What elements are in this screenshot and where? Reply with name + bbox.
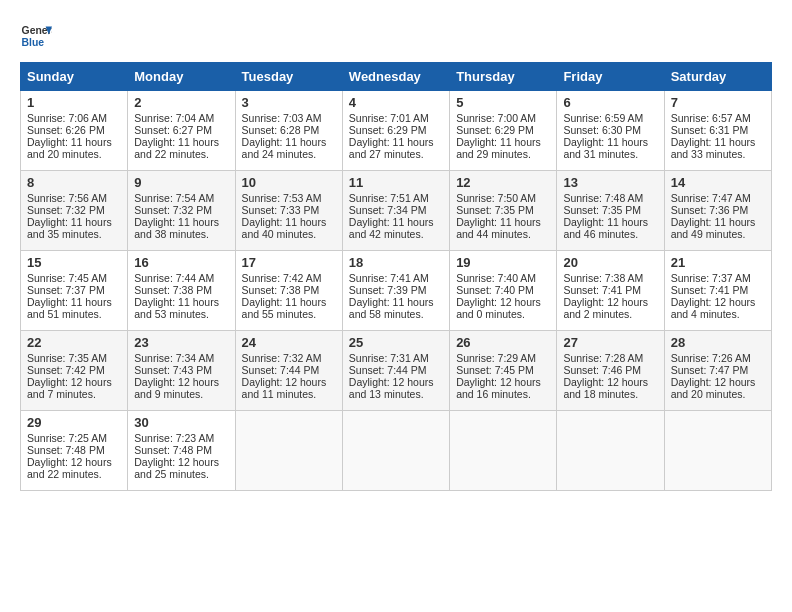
- calendar-cell: 6 Sunrise: 6:59 AM Sunset: 6:30 PM Dayli…: [557, 91, 664, 171]
- sunset-row: Sunset: 7:48 PM: [27, 444, 105, 456]
- sunrise-row: Sunrise: 7:38 AM: [563, 272, 643, 284]
- daylight-row: Daylight: 12 hours: [563, 296, 648, 308]
- calendar-cell: [557, 411, 664, 491]
- sunrise-row: Sunrise: 7:29 AM: [456, 352, 536, 364]
- sunrise-row: Sunrise: 7:03 AM: [242, 112, 322, 124]
- calendar-cell: 13 Sunrise: 7:48 AM Sunset: 7:35 PM Dayl…: [557, 171, 664, 251]
- calendar-cell: 10 Sunrise: 7:53 AM Sunset: 7:33 PM Dayl…: [235, 171, 342, 251]
- daylight-minutes-row: and 27 minutes.: [349, 148, 424, 160]
- sunset-row: Sunset: 7:44 PM: [349, 364, 427, 376]
- day-number: 30: [134, 415, 228, 430]
- sunrise-row: Sunrise: 7:54 AM: [134, 192, 214, 204]
- sunset-row: Sunset: 7:38 PM: [134, 284, 212, 296]
- sunrise-row: Sunrise: 7:45 AM: [27, 272, 107, 284]
- calendar-cell: 11 Sunrise: 7:51 AM Sunset: 7:34 PM Dayl…: [342, 171, 449, 251]
- sunrise-row: Sunrise: 7:40 AM: [456, 272, 536, 284]
- daylight-minutes-row: and 7 minutes.: [27, 388, 96, 400]
- day-number: 14: [671, 175, 765, 190]
- sunset-row: Sunset: 7:35 PM: [456, 204, 534, 216]
- daylight-minutes-row: and 13 minutes.: [349, 388, 424, 400]
- sunrise-row: Sunrise: 7:35 AM: [27, 352, 107, 364]
- calendar-cell: 25 Sunrise: 7:31 AM Sunset: 7:44 PM Dayl…: [342, 331, 449, 411]
- sunset-row: Sunset: 7:35 PM: [563, 204, 641, 216]
- daylight-row: Daylight: 11 hours: [242, 136, 327, 148]
- day-number: 26: [456, 335, 550, 350]
- daylight-minutes-row: and 53 minutes.: [134, 308, 209, 320]
- day-number: 25: [349, 335, 443, 350]
- calendar-cell: 14 Sunrise: 7:47 AM Sunset: 7:36 PM Dayl…: [664, 171, 771, 251]
- daylight-row: Daylight: 12 hours: [242, 376, 327, 388]
- daylight-row: Daylight: 11 hours: [242, 216, 327, 228]
- calendar-cell: 7 Sunrise: 6:57 AM Sunset: 6:31 PM Dayli…: [664, 91, 771, 171]
- calendar-cell: 5 Sunrise: 7:00 AM Sunset: 6:29 PM Dayli…: [450, 91, 557, 171]
- sunrise-row: Sunrise: 6:59 AM: [563, 112, 643, 124]
- sunset-row: Sunset: 7:40 PM: [456, 284, 534, 296]
- sunrise-row: Sunrise: 7:23 AM: [134, 432, 214, 444]
- svg-text:Blue: Blue: [22, 37, 45, 48]
- calendar-table: Sunday Monday Tuesday Wednesday Thursday…: [20, 62, 772, 491]
- calendar-cell: 3 Sunrise: 7:03 AM Sunset: 6:28 PM Dayli…: [235, 91, 342, 171]
- sunrise-row: Sunrise: 7:48 AM: [563, 192, 643, 204]
- daylight-minutes-row: and 18 minutes.: [563, 388, 638, 400]
- sunset-row: Sunset: 7:44 PM: [242, 364, 320, 376]
- daylight-minutes-row: and 31 minutes.: [563, 148, 638, 160]
- sunset-row: Sunset: 7:48 PM: [134, 444, 212, 456]
- calendar-cell: 20 Sunrise: 7:38 AM Sunset: 7:41 PM Dayl…: [557, 251, 664, 331]
- calendar-cell: 2 Sunrise: 7:04 AM Sunset: 6:27 PM Dayli…: [128, 91, 235, 171]
- col-saturday: Saturday: [664, 63, 771, 91]
- calendar-cell: 30 Sunrise: 7:23 AM Sunset: 7:48 PM Dayl…: [128, 411, 235, 491]
- daylight-row: Daylight: 12 hours: [27, 456, 112, 468]
- sunset-row: Sunset: 6:28 PM: [242, 124, 320, 136]
- day-number: 20: [563, 255, 657, 270]
- daylight-minutes-row: and 46 minutes.: [563, 228, 638, 240]
- sunrise-row: Sunrise: 7:53 AM: [242, 192, 322, 204]
- calendar-cell: [342, 411, 449, 491]
- day-number: 24: [242, 335, 336, 350]
- daylight-row: Daylight: 11 hours: [671, 136, 756, 148]
- daylight-row: Daylight: 11 hours: [456, 216, 541, 228]
- day-number: 6: [563, 95, 657, 110]
- daylight-minutes-row: and 16 minutes.: [456, 388, 531, 400]
- calendar-cell: 16 Sunrise: 7:44 AM Sunset: 7:38 PM Dayl…: [128, 251, 235, 331]
- calendar-cell: 19 Sunrise: 7:40 AM Sunset: 7:40 PM Dayl…: [450, 251, 557, 331]
- calendar-cell: 8 Sunrise: 7:56 AM Sunset: 7:32 PM Dayli…: [21, 171, 128, 251]
- daylight-row: Daylight: 11 hours: [349, 296, 434, 308]
- day-number: 29: [27, 415, 121, 430]
- daylight-row: Daylight: 12 hours: [456, 296, 541, 308]
- calendar-cell: 18 Sunrise: 7:41 AM Sunset: 7:39 PM Dayl…: [342, 251, 449, 331]
- sunrise-row: Sunrise: 7:25 AM: [27, 432, 107, 444]
- daylight-minutes-row: and 33 minutes.: [671, 148, 746, 160]
- calendar-cell: 15 Sunrise: 7:45 AM Sunset: 7:37 PM Dayl…: [21, 251, 128, 331]
- daylight-row: Daylight: 12 hours: [456, 376, 541, 388]
- sunset-row: Sunset: 7:34 PM: [349, 204, 427, 216]
- sunrise-row: Sunrise: 7:26 AM: [671, 352, 751, 364]
- day-number: 1: [27, 95, 121, 110]
- day-number: 27: [563, 335, 657, 350]
- calendar-cell: 23 Sunrise: 7:34 AM Sunset: 7:43 PM Dayl…: [128, 331, 235, 411]
- sunrise-row: Sunrise: 7:37 AM: [671, 272, 751, 284]
- daylight-row: Daylight: 11 hours: [134, 136, 219, 148]
- daylight-row: Daylight: 12 hours: [134, 376, 219, 388]
- daylight-row: Daylight: 12 hours: [134, 456, 219, 468]
- day-number: 19: [456, 255, 550, 270]
- day-number: 11: [349, 175, 443, 190]
- daylight-row: Daylight: 11 hours: [134, 296, 219, 308]
- daylight-minutes-row: and 40 minutes.: [242, 228, 317, 240]
- sunset-row: Sunset: 6:31 PM: [671, 124, 749, 136]
- calendar-cell: 1 Sunrise: 7:06 AM Sunset: 6:26 PM Dayli…: [21, 91, 128, 171]
- daylight-row: Daylight: 11 hours: [27, 296, 112, 308]
- daylight-row: Daylight: 11 hours: [456, 136, 541, 148]
- day-number: 9: [134, 175, 228, 190]
- sunrise-row: Sunrise: 7:04 AM: [134, 112, 214, 124]
- sunrise-row: Sunrise: 7:06 AM: [27, 112, 107, 124]
- calendar-week-2: 8 Sunrise: 7:56 AM Sunset: 7:32 PM Dayli…: [21, 171, 772, 251]
- day-number: 21: [671, 255, 765, 270]
- daylight-minutes-row: and 42 minutes.: [349, 228, 424, 240]
- daylight-minutes-row: and 25 minutes.: [134, 468, 209, 480]
- sunrise-row: Sunrise: 7:50 AM: [456, 192, 536, 204]
- daylight-row: Daylight: 11 hours: [671, 216, 756, 228]
- sunset-row: Sunset: 6:26 PM: [27, 124, 105, 136]
- col-monday: Monday: [128, 63, 235, 91]
- sunrise-row: Sunrise: 7:44 AM: [134, 272, 214, 284]
- day-number: 28: [671, 335, 765, 350]
